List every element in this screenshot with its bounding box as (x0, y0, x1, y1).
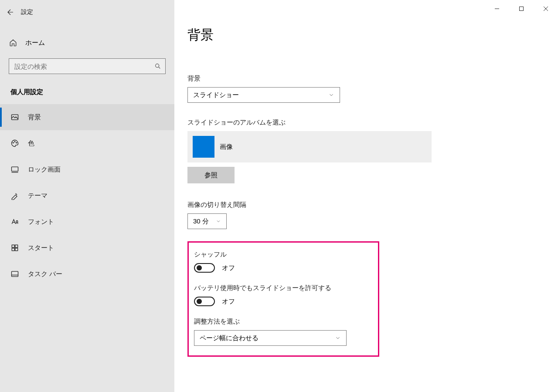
svg-point-4 (16, 142, 17, 143)
album-row[interactable]: 画像 (187, 131, 432, 162)
search-input[interactable] (9, 58, 166, 74)
search-icon (154, 63, 161, 70)
svg-rect-9 (15, 248, 18, 251)
maximize-icon (519, 6, 524, 11)
content-pane: 背景 背景 スライドショー スライドショーのアルバムを選ぶ 画像 参照 画像の切… (174, 0, 558, 392)
background-dropdown[interactable]: スライドショー (187, 87, 340, 103)
maximize-button[interactable] (509, 0, 534, 17)
nav-label: タスク バー (28, 270, 62, 278)
chevron-down-icon (216, 219, 221, 224)
shuffle-toggle[interactable] (194, 263, 215, 273)
nav-item-taskbar[interactable]: タスク バー (0, 261, 174, 287)
background-label: 背景 (187, 74, 541, 83)
app-title: 設定 (21, 8, 33, 16)
svg-rect-5 (12, 167, 18, 171)
battery-label: バッテリ使用時でもスライドショーを許可する (194, 284, 373, 292)
browse-button[interactable]: 参照 (187, 167, 235, 183)
home-label: ホーム (25, 39, 45, 47)
nav-label: ロック画面 (28, 166, 61, 174)
nav-label: フォント (28, 218, 54, 226)
album-thumbnail (193, 136, 214, 158)
home-icon (9, 38, 17, 47)
nav-label: テーマ (28, 192, 48, 200)
shuffle-state: オフ (222, 264, 235, 272)
settings-window: 設定 ホーム 個人用設定 背景 (0, 0, 558, 392)
svg-rect-7 (15, 245, 18, 247)
fit-label: 調整方法を選ぶ (194, 318, 373, 326)
nav-item-themes[interactable]: テーマ (0, 182, 174, 209)
lockscreen-icon (10, 165, 19, 174)
minimize-button[interactable] (485, 0, 509, 17)
svg-point-0 (156, 64, 159, 68)
sidebar: 設定 ホーム 個人用設定 背景 (0, 0, 174, 392)
nav-category: 個人用設定 (0, 83, 174, 104)
highlight-box: シャッフル オフ バッテリ使用時でもスライドショーを許可する オフ 調整方法を選… (187, 241, 379, 357)
svg-rect-8 (12, 248, 14, 251)
svg-point-3 (14, 141, 15, 142)
close-button[interactable] (534, 0, 558, 17)
svg-rect-6 (12, 245, 14, 247)
start-icon (10, 243, 19, 252)
nav-item-lockscreen[interactable]: ロック画面 (0, 156, 174, 182)
page-title: 背景 (187, 26, 541, 44)
fit-dropdown[interactable]: ページ幅に合わせる (194, 330, 347, 346)
theme-icon (10, 191, 19, 200)
album-label: スライドショーのアルバムを選ぶ (187, 118, 541, 127)
sidebar-home[interactable]: ホーム (0, 33, 174, 52)
nav-label: 背景 (28, 113, 41, 122)
chevron-down-icon (328, 92, 334, 98)
svg-point-2 (13, 142, 14, 143)
minimize-icon (494, 6, 500, 11)
battery-state: オフ (222, 297, 235, 306)
arrow-left-icon (7, 8, 14, 16)
battery-toggle[interactable] (194, 297, 215, 306)
palette-icon (10, 139, 19, 148)
nav-label: スタート (28, 244, 54, 252)
window-controls (485, 0, 558, 17)
nav-label: 色 (28, 139, 34, 148)
font-icon (10, 217, 19, 226)
nav-item-fonts[interactable]: フォント (0, 209, 174, 235)
chevron-down-icon (335, 335, 341, 341)
close-icon (543, 6, 548, 11)
interval-label: 画像の切り替え間隔 (187, 201, 541, 209)
nav-item-background[interactable]: 背景 (0, 104, 174, 130)
nav-item-colors[interactable]: 色 (0, 130, 174, 156)
taskbar-icon (10, 270, 19, 278)
back-button[interactable] (0, 3, 21, 21)
shuffle-label: シャッフル (194, 250, 373, 259)
interval-dropdown[interactable]: 30 分 (187, 213, 227, 229)
sidebar-header: 設定 (0, 3, 174, 21)
svg-rect-11 (520, 7, 524, 11)
fit-value: ページ幅に合わせる (200, 334, 259, 342)
search-wrap (0, 52, 174, 83)
nav-item-start[interactable]: スタート (0, 235, 174, 261)
svg-rect-10 (12, 271, 18, 277)
album-name: 画像 (220, 143, 233, 151)
nav-list: 背景 色 ロック画面 テーマ (0, 104, 174, 287)
background-value: スライドショー (193, 91, 239, 99)
interval-value: 30 分 (193, 217, 209, 226)
picture-icon (10, 113, 19, 122)
